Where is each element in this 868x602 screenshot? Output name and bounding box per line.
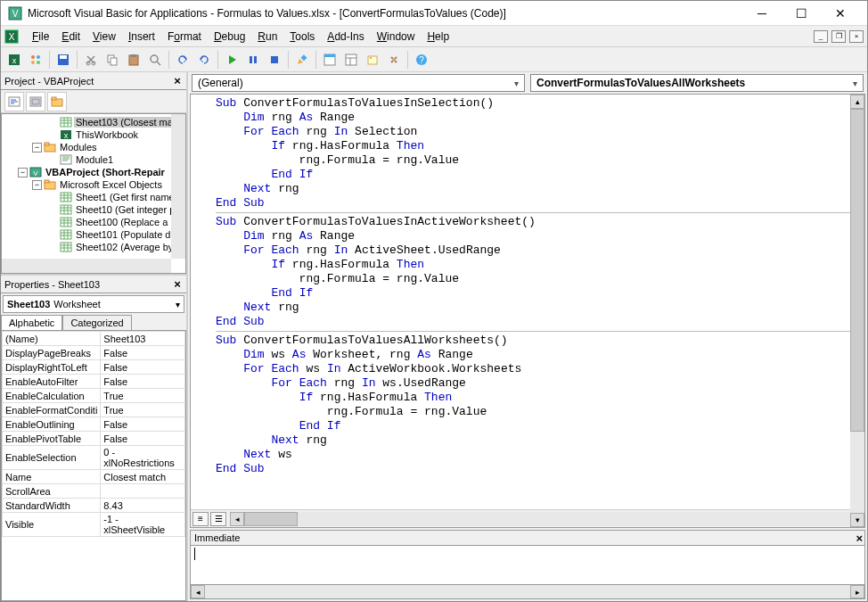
close-button[interactable]: ✕ bbox=[821, 1, 860, 26]
property-row[interactable]: EnableOutliningFalse bbox=[3, 417, 185, 432]
full-module-view-button[interactable]: ☰ bbox=[210, 512, 226, 526]
property-value[interactable]: Sheet103 bbox=[101, 332, 185, 346]
object-browser-button[interactable] bbox=[363, 50, 382, 70]
tree-node[interactable]: Sheet1 (Get first name bbox=[4, 191, 184, 203]
property-value[interactable]: False bbox=[101, 432, 185, 446]
tree-node[interactable]: Sheet100 (Replace a c bbox=[4, 216, 184, 228]
code-editor[interactable]: Sub ConvertFormulasToValuesInSelection()… bbox=[191, 95, 864, 509]
tree-node[interactable]: Module1 bbox=[4, 153, 184, 166]
save-button[interactable] bbox=[53, 50, 73, 70]
run-button[interactable] bbox=[222, 50, 242, 70]
property-row[interactable]: EnableCalculationTrue bbox=[3, 389, 185, 403]
property-value[interactable]: False bbox=[101, 375, 185, 389]
menu-help[interactable]: Help bbox=[421, 29, 455, 45]
mdi-close-button[interactable]: × bbox=[849, 30, 864, 43]
code-horizontal-scrollbar[interactable]: ◂ ▸ bbox=[230, 512, 864, 526]
properties-grid[interactable]: (Name)Sheet103DisplayPageBreaksFalseDisp… bbox=[1, 330, 186, 601]
tree-node[interactable]: xThisWorkbook bbox=[4, 128, 184, 141]
tree-vertical-scrollbar[interactable] bbox=[171, 114, 185, 259]
property-row[interactable]: Visible-1 - xlSheetVisible bbox=[3, 513, 185, 537]
property-value[interactable]: 0 - xlNoRestrictions bbox=[101, 446, 185, 470]
menu-edit[interactable]: Edit bbox=[55, 29, 86, 45]
tab-categorized[interactable]: Categorized bbox=[62, 315, 131, 330]
tree-node[interactable]: −Modules bbox=[4, 141, 184, 153]
procedure-combo[interactable]: ConvertFormulasToValuesAllWorksheets ▾ bbox=[530, 74, 864, 92]
immediate-window[interactable] bbox=[190, 546, 865, 585]
property-row[interactable]: EnableSelection0 - xlNoRestrictions bbox=[3, 446, 185, 470]
property-value[interactable]: 8.43 bbox=[101, 499, 185, 513]
tab-alphabetic[interactable]: Alphabetic bbox=[1, 315, 62, 330]
view-object-button[interactable] bbox=[26, 92, 45, 111]
menu-window[interactable]: Window bbox=[371, 29, 422, 45]
property-row[interactable]: ScrollArea bbox=[3, 484, 185, 499]
tree-node[interactable]: −Microsoft Excel Objects bbox=[4, 178, 184, 191]
project-tree[interactable]: Sheet103 (Closest matxThisWorkbook−Modul… bbox=[1, 113, 186, 274]
project-explorer-button[interactable] bbox=[320, 50, 340, 70]
view-excel-button[interactable]: x bbox=[4, 50, 24, 70]
tree-node[interactable]: Sheet103 (Closest mat bbox=[4, 116, 184, 128]
menu-format[interactable]: Format bbox=[161, 29, 208, 45]
properties-close-button[interactable]: × bbox=[170, 277, 184, 292]
property-row[interactable]: StandardWidth8.43 bbox=[3, 499, 185, 513]
property-value[interactable]: True bbox=[101, 389, 185, 403]
mdi-minimize-button[interactable]: _ bbox=[814, 30, 828, 43]
menu-file[interactable]: File bbox=[26, 29, 55, 45]
property-row[interactable]: NameClosest match bbox=[3, 470, 185, 484]
scroll-right-arrow[interactable]: ▸ bbox=[850, 585, 864, 598]
redo-button[interactable] bbox=[194, 50, 214, 70]
property-row[interactable]: EnableFormatConditiTrue bbox=[3, 403, 185, 417]
property-value[interactable]: False bbox=[101, 346, 185, 360]
menu-run[interactable]: Run bbox=[251, 29, 283, 45]
paste-button[interactable] bbox=[124, 50, 143, 70]
immediate-horizontal-scrollbar[interactable]: ◂ ▸ bbox=[190, 585, 865, 599]
tree-node[interactable]: Sheet10 (Get integer p bbox=[4, 203, 184, 216]
break-button[interactable] bbox=[243, 50, 263, 70]
toggle-folders-button[interactable] bbox=[47, 92, 67, 111]
view-code-button[interactable] bbox=[4, 92, 24, 111]
undo-button[interactable] bbox=[173, 50, 192, 70]
property-row[interactable]: DisplayRightToLeftFalse bbox=[3, 360, 185, 375]
reset-button[interactable] bbox=[265, 50, 284, 70]
cut-button[interactable] bbox=[81, 50, 101, 70]
property-value[interactable]: False bbox=[101, 360, 185, 375]
tree-node[interactable]: −VVBAProject (Short-Repair bbox=[4, 166, 184, 178]
tree-node[interactable]: Sheet102 (Average by bbox=[4, 241, 184, 253]
tree-twisty-icon[interactable]: − bbox=[32, 180, 42, 190]
property-row[interactable]: EnablePivotTableFalse bbox=[3, 432, 185, 446]
property-value[interactable]: -1 - xlSheetVisible bbox=[101, 513, 185, 537]
property-row[interactable]: (Name)Sheet103 bbox=[3, 332, 185, 346]
menu-tools[interactable]: Tools bbox=[283, 29, 321, 45]
menu-debug[interactable]: Debug bbox=[208, 29, 251, 45]
design-mode-button[interactable] bbox=[292, 50, 312, 70]
scroll-left-arrow[interactable]: ◂ bbox=[230, 512, 244, 526]
help-button[interactable]: ? bbox=[412, 50, 431, 70]
toolbox-button[interactable] bbox=[384, 50, 404, 70]
property-row[interactable]: DisplayPageBreaksFalse bbox=[3, 346, 185, 360]
property-value[interactable]: True bbox=[101, 403, 185, 417]
insert-button[interactable] bbox=[26, 50, 45, 70]
tree-node[interactable]: Sheet101 (Populate dr bbox=[4, 228, 184, 241]
menu-add-ins[interactable]: Add-Ins bbox=[321, 29, 370, 45]
find-button[interactable] bbox=[145, 50, 165, 70]
scroll-down-arrow[interactable]: ▾ bbox=[850, 513, 864, 527]
scroll-up-arrow[interactable]: ▴ bbox=[850, 95, 864, 109]
tree-horizontal-scrollbar[interactable] bbox=[2, 259, 171, 273]
menu-insert[interactable]: Insert bbox=[122, 29, 161, 45]
minimize-button[interactable]: ─ bbox=[742, 1, 782, 26]
menu-view[interactable]: View bbox=[86, 29, 122, 45]
code-vertical-scrollbar[interactable]: ▴ ▾ bbox=[850, 95, 864, 527]
procedure-view-button[interactable]: ≡ bbox=[192, 512, 209, 526]
mdi-restore-button[interactable]: ❐ bbox=[831, 30, 846, 43]
tree-twisty-icon[interactable]: − bbox=[32, 143, 42, 153]
properties-object-selector[interactable]: Sheet103 Worksheet ▾ bbox=[3, 295, 184, 313]
property-value[interactable]: Closest match bbox=[101, 470, 185, 484]
tree-twisty-icon[interactable]: − bbox=[18, 168, 28, 177]
property-value[interactable]: False bbox=[101, 417, 185, 432]
object-combo[interactable]: (General) ▾ bbox=[192, 74, 525, 92]
maximize-button[interactable]: ☐ bbox=[782, 1, 821, 26]
project-explorer-close-button[interactable]: × bbox=[170, 74, 184, 88]
copy-button[interactable] bbox=[102, 50, 122, 70]
scroll-left-arrow[interactable]: ◂ bbox=[191, 585, 205, 598]
property-value[interactable] bbox=[101, 484, 185, 499]
property-row[interactable]: EnableAutoFilterFalse bbox=[3, 375, 185, 389]
